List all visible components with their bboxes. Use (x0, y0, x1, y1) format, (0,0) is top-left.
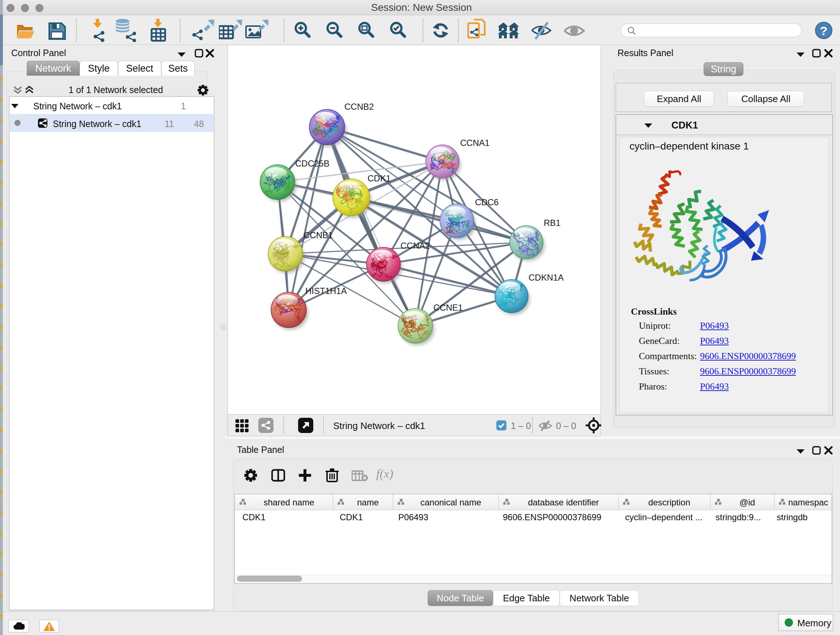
svg-text:CDC25B: CDC25B (295, 158, 330, 168)
svg-text:CCNA1: CCNA1 (460, 138, 489, 148)
svg-text:CDK1: CDK1 (368, 173, 391, 183)
svg-text:RB1: RB1 (544, 218, 561, 228)
svg-text:HIST1H1A: HIST1H1A (305, 286, 347, 296)
svg-text:CCNE1: CCNE1 (433, 302, 463, 312)
svg-text:CCNA2: CCNA2 (401, 241, 430, 250)
svg-text:CCNB1: CCNB1 (303, 230, 333, 240)
svg-text:CCNB2: CCNB2 (344, 102, 374, 111)
svg-text:CDC6: CDC6 (475, 197, 499, 207)
svg-text:CDKN1A: CDKN1A (529, 272, 564, 282)
